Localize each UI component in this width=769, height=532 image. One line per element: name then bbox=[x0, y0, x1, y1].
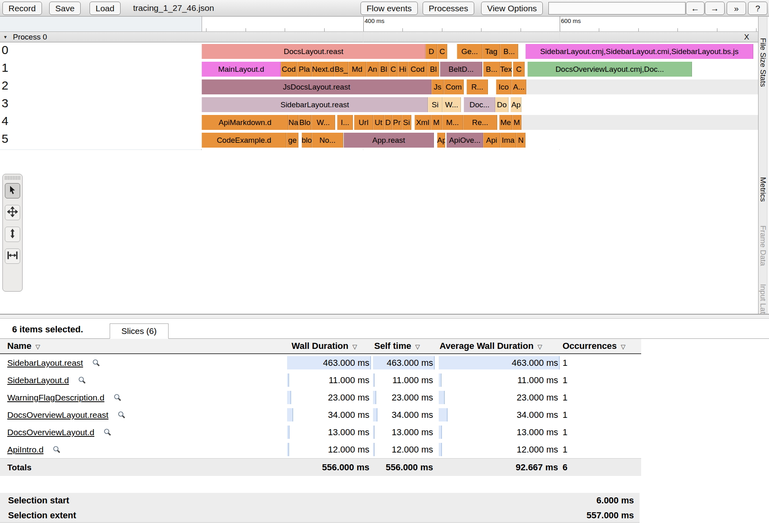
slice[interactable]: W... bbox=[442, 97, 461, 112]
column-header-occurrences[interactable]: Occurrences▽ bbox=[563, 339, 625, 354]
slice[interactable]: C bbox=[513, 62, 525, 77]
slice[interactable]: B... bbox=[500, 44, 518, 59]
slices-tab[interactable]: Slices (6) bbox=[110, 323, 169, 339]
slice[interactable]: Js bbox=[431, 79, 444, 94]
slice[interactable]: Bl bbox=[379, 62, 389, 77]
slice[interactable]: Si bbox=[428, 97, 442, 112]
slice[interactable]: Re... bbox=[463, 115, 497, 130]
slice[interactable]: I... bbox=[337, 115, 353, 130]
select-tool-button[interactable] bbox=[5, 183, 20, 198]
slice[interactable]: A... bbox=[511, 79, 526, 94]
slice[interactable]: M bbox=[431, 115, 442, 130]
slice[interactable]: R... bbox=[467, 79, 488, 94]
slice[interactable]: Ut bbox=[373, 115, 384, 130]
slice[interactable]: Xml bbox=[415, 115, 431, 130]
pan-tool-button[interactable] bbox=[5, 205, 20, 220]
slice[interactable]: Bl bbox=[427, 62, 439, 77]
slice[interactable]: MainLayout.d bbox=[202, 62, 281, 77]
slice-name-link[interactable]: DocsOverviewLayout.d bbox=[7, 428, 94, 437]
slice[interactable]: D bbox=[384, 115, 392, 130]
slice[interactable]: Md bbox=[348, 62, 366, 77]
find-next-button[interactable]: → bbox=[705, 2, 725, 15]
zoom-tool-button[interactable] bbox=[5, 227, 20, 242]
load-button[interactable]: Load bbox=[90, 2, 121, 15]
slice[interactable]: No... bbox=[312, 133, 343, 148]
slice-name-link[interactable]: ApiIntro.d bbox=[7, 445, 44, 454]
slice[interactable]: CodeExample.d bbox=[202, 133, 286, 148]
slice[interactable]: Cod bbox=[408, 62, 427, 77]
time-ruler[interactable]: 400 ms600 ms bbox=[0, 17, 769, 31]
timing-tool-button[interactable] bbox=[5, 248, 20, 264]
slice[interactable]: C bbox=[437, 44, 447, 59]
find-previous-button[interactable]: ← bbox=[686, 2, 704, 15]
slice[interactable]: SidebarLayout.reast bbox=[202, 97, 428, 112]
slice-name-link[interactable]: SidebarLayout.d bbox=[7, 376, 69, 385]
slice-name-link[interactable]: WarningFlagDescription.d bbox=[7, 393, 104, 402]
slice[interactable]: Ap bbox=[437, 133, 445, 148]
slice[interactable]: Hi bbox=[398, 62, 408, 77]
slice[interactable]: DocsOverviewLayout.cmj,Doc... bbox=[527, 62, 692, 77]
slice[interactable]: ApiMarkdown.d bbox=[202, 115, 288, 130]
slice[interactable]: M bbox=[512, 115, 521, 130]
slice[interactable]: B... bbox=[483, 62, 500, 77]
slice[interactable]: Pla bbox=[297, 62, 312, 77]
slice[interactable]: Ap bbox=[511, 97, 521, 112]
collapse-caret-icon[interactable]: ▾ bbox=[4, 32, 7, 42]
slice[interactable]: JsDocsLayout.reast bbox=[202, 79, 431, 94]
slice[interactable]: Na bbox=[288, 115, 298, 130]
slice[interactable]: SidebarLayout.cmj,SidebarLayout.cmi,Side… bbox=[525, 44, 753, 59]
column-header-wall-duration[interactable]: Wall Duration▽ bbox=[292, 339, 357, 354]
slice[interactable]: D bbox=[425, 44, 437, 59]
column-header-average-wall-duration[interactable]: Average Wall Duration▽ bbox=[440, 339, 542, 354]
slice[interactable]: Ima bbox=[500, 133, 516, 148]
slice[interactable]: C bbox=[389, 62, 398, 77]
magnifier-icon[interactable] bbox=[78, 373, 86, 390]
slice[interactable]: Blo bbox=[298, 115, 311, 130]
slice[interactable]: Si bbox=[402, 115, 411, 130]
record-button[interactable]: Record bbox=[2, 2, 42, 15]
help-button[interactable]: ? bbox=[748, 2, 767, 15]
flow-events-button[interactable]: Flow events bbox=[361, 2, 418, 15]
slice-name-link[interactable]: DocsOverviewLayout.reast bbox=[7, 410, 108, 419]
slice[interactable]: Com bbox=[444, 79, 464, 94]
magnifier-icon[interactable] bbox=[103, 425, 112, 442]
sidebar-tab-frame-data[interactable]: Frame Data bbox=[759, 225, 767, 266]
sidebar-tab-metrics[interactable]: Metrics bbox=[759, 177, 767, 202]
processes-button[interactable]: Processes bbox=[423, 2, 474, 15]
pane-splitter[interactable] bbox=[0, 314, 769, 319]
expand-button[interactable]: » bbox=[727, 2, 746, 15]
slice[interactable]: Api bbox=[483, 133, 500, 148]
slice[interactable]: Bs_ bbox=[334, 62, 348, 77]
palette-drag-handle[interactable] bbox=[5, 176, 20, 180]
column-header-name[interactable]: Name▽ bbox=[7, 339, 40, 354]
slice[interactable]: Next.d bbox=[312, 62, 334, 77]
slice[interactable]: M... bbox=[442, 115, 463, 130]
slice[interactable]: Do bbox=[495, 97, 508, 112]
sidebar-tab-file-size-stats[interactable]: File Size Stats bbox=[759, 38, 767, 87]
scrollbar-track[interactable] bbox=[767, 17, 769, 314]
slice[interactable]: An bbox=[366, 62, 379, 77]
save-button[interactable]: Save bbox=[49, 2, 81, 15]
slice[interactable]: Tag bbox=[482, 44, 500, 59]
slice[interactable]: DocsLayout.reast bbox=[202, 44, 425, 59]
search-input[interactable] bbox=[548, 2, 686, 15]
magnifier-icon[interactable] bbox=[52, 442, 61, 459]
slice[interactable]: Ico bbox=[496, 79, 511, 94]
close-icon[interactable]: X bbox=[744, 32, 749, 42]
slice[interactable]: ApiOve... bbox=[446, 133, 483, 148]
slice[interactable]: Tex bbox=[500, 62, 512, 77]
slice[interactable]: Doc... bbox=[464, 97, 495, 112]
slice[interactable]: N bbox=[516, 133, 525, 148]
slice-name-link[interactable]: SidebarLayout.reast bbox=[7, 358, 83, 367]
magnifier-icon[interactable] bbox=[117, 407, 126, 425]
slice[interactable]: Url bbox=[354, 115, 373, 130]
slice[interactable]: App.reast bbox=[344, 133, 434, 148]
slice[interactable]: Pr bbox=[392, 115, 402, 130]
slice[interactable]: ge bbox=[286, 133, 298, 148]
magnifier-icon[interactable] bbox=[92, 355, 100, 373]
slice[interactable]: W... bbox=[311, 115, 335, 130]
slice[interactable]: Ge... bbox=[457, 44, 482, 59]
slice[interactable]: Me bbox=[499, 115, 512, 130]
column-header-self-time[interactable]: Self time▽ bbox=[374, 339, 420, 354]
slice[interactable]: blo bbox=[302, 133, 312, 148]
